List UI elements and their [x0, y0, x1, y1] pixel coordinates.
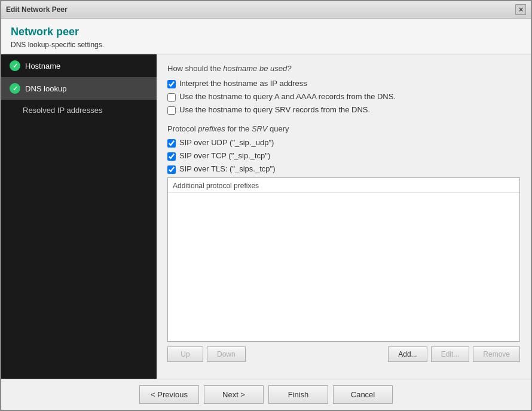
option-row-ip: Interpret the hostname as IP address — [167, 79, 520, 88]
checkbox-ip[interactable] — [167, 80, 176, 88]
sidebar-item-label-resolved-ip: Resolved IP addresses — [23, 106, 102, 115]
checkbox-a-aaaa[interactable] — [167, 93, 176, 102]
remove-button[interactable]: Remove — [473, 346, 520, 362]
sidebar-item-hostname[interactable]: Hostname — [1, 54, 157, 77]
option-label-tcp: SIP over TCP ("_sip._tcp") — [179, 151, 270, 160]
checkbox-tcp[interactable] — [167, 152, 176, 161]
option-row-tcp: SIP over TCP ("_sip._tcp") — [167, 151, 520, 161]
footer: < Previous Next > Finish Cancel — [1, 379, 531, 410]
option-label-a-aaaa: Use the hostname to query A and AAAA rec… — [179, 92, 396, 101]
option-label-srv: Use the hostname to query SRV records fr… — [179, 105, 370, 114]
dns-lookup-check-icon — [10, 83, 20, 94]
option-label-tls: SIP over TLS: ("_sips._tcp") — [179, 164, 275, 173]
question-text: How should the hostname be used? — [167, 64, 520, 73]
hostname-check-icon — [10, 60, 20, 71]
page-subtitle: DNS lookup-specific settings. — [11, 41, 521, 49]
option-row-srv: Use the hostname to query SRV records fr… — [167, 105, 520, 115]
checkbox-srv[interactable] — [167, 106, 176, 115]
cancel-button[interactable]: Cancel — [333, 385, 393, 404]
main-panel: How should the hostname be used? Interpr… — [157, 54, 531, 379]
option-row-tls: SIP over TLS: ("_sips._tcp") — [167, 164, 520, 174]
up-button[interactable]: Up — [167, 346, 203, 362]
header-section: Network peer DNS lookup-specific setting… — [1, 19, 531, 54]
checkbox-tls[interactable] — [167, 165, 176, 174]
sidebar: Hostname DNS lookup Resolved IP addresse… — [1, 54, 157, 379]
option-row-a-aaaa: Use the hostname to query A and AAAA rec… — [167, 92, 520, 102]
option-label-udp: SIP over UDP ("_sip._udp") — [179, 138, 274, 147]
protocol-section-label: Protocol prefixes for the SRV query — [167, 124, 520, 133]
previous-button[interactable]: < Previous — [139, 385, 199, 404]
page-title: Network peer — [11, 26, 521, 38]
finish-button[interactable]: Finish — [268, 385, 328, 404]
sidebar-item-resolved-ip[interactable]: Resolved IP addresses — [1, 100, 157, 121]
sidebar-item-label-dns-lookup: DNS lookup — [25, 84, 66, 93]
dialog: Edit Network Peer ✕ Network peer DNS loo… — [0, 0, 532, 411]
edit-button[interactable]: Edit... — [431, 346, 470, 362]
close-button[interactable]: ✕ — [515, 4, 526, 15]
checkbox-udp[interactable] — [167, 139, 176, 148]
content-area: Hostname DNS lookup Resolved IP addresse… — [1, 54, 531, 379]
prefixes-content — [168, 193, 519, 289]
prefixes-box-title: Additional protocol prefixes — [168, 178, 519, 193]
option-row-udp: SIP over UDP ("_sip._udp") — [167, 138, 520, 148]
title-bar: Edit Network Peer ✕ — [1, 1, 531, 19]
sidebar-item-label-hostname: Hostname — [25, 62, 60, 70]
down-button[interactable]: Down — [207, 346, 246, 362]
option-label-ip: Interpret the hostname as IP address — [179, 79, 307, 88]
next-button[interactable]: Next > — [204, 385, 264, 404]
window-title: Edit Network Peer — [6, 5, 68, 14]
prefixes-box: Additional protocol prefixes — [167, 177, 520, 342]
sidebar-item-dns-lookup[interactable]: DNS lookup — [1, 77, 157, 100]
prefixes-toolbar: Up Down Add... Edit... Remove — [167, 346, 520, 362]
add-button[interactable]: Add... — [388, 346, 427, 362]
